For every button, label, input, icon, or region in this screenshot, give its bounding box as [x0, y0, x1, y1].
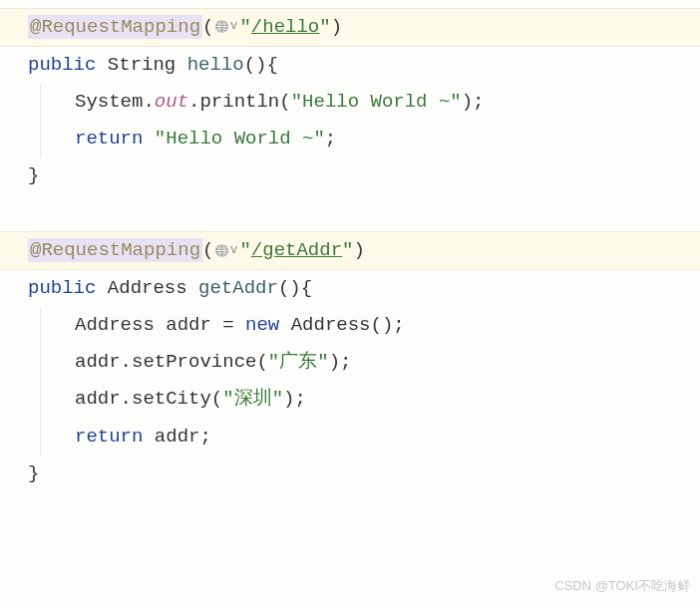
method-signature-1: public String hello(){	[0, 47, 700, 84]
url-path: /getAddr	[251, 239, 342, 261]
closing-brace: }	[0, 455, 700, 492]
annotation-name: @RequestMapping	[30, 16, 200, 38]
code-line: addr.setCity("深圳");	[0, 381, 700, 418]
closing-brace: }	[0, 157, 700, 194]
code-line: return "Hello World ~";	[0, 121, 700, 157]
url-path: /hello	[251, 16, 319, 38]
chevron-down-icon: ⅴ	[230, 243, 237, 257]
annotation-name: @RequestMapping	[30, 239, 200, 261]
globe-icon	[214, 243, 229, 258]
code-line: System.out.println("Hello World ~");	[0, 84, 700, 121]
globe-icon	[214, 19, 229, 34]
method-signature-2: public Address getAddr(){	[0, 270, 700, 307]
annotation-line-1: @RequestMapping(ⅴ"/hello")	[0, 8, 700, 47]
blank-line	[0, 194, 700, 231]
code-line: return addr;	[0, 419, 700, 455]
annotation-line-2: @RequestMapping(ⅴ"/getAddr")	[0, 231, 700, 270]
code-line: Address addr = new Address();	[0, 307, 700, 344]
watermark: CSDN @TOKI不吃海鲜	[554, 573, 690, 598]
chevron-down-icon: ⅴ	[230, 19, 237, 33]
code-line: addr.setProvince("广东");	[0, 344, 700, 381]
